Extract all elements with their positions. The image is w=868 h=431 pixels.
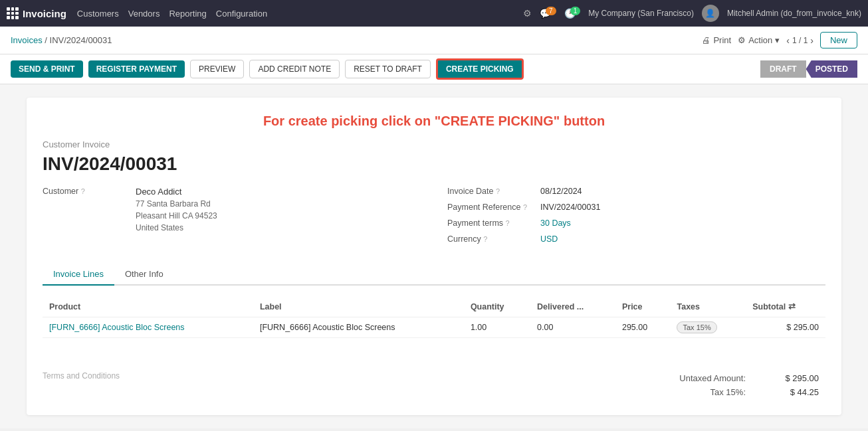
nav-reporting[interactable]: Reporting	[169, 9, 206, 19]
table-header: Product Label Quantity Delivered ... Pri…	[43, 296, 825, 317]
col-delivered: Delivered ...	[530, 296, 615, 317]
company-name: My Company (San Francisco)	[588, 9, 694, 18]
untaxed-value: $ 295.00	[766, 373, 819, 383]
breadcrumb-separator: /	[45, 35, 49, 45]
tax-label: Tax 15%:	[710, 387, 746, 397]
activity-container: 🕐 1	[564, 8, 581, 19]
customer-help-icon[interactable]: ?	[81, 187, 85, 195]
totals: Untaxed Amount: $ 295.00 Tax 15%: $ 44.2…	[673, 371, 825, 399]
tabs: Invoice Lines Other Info	[43, 264, 825, 286]
reset-to-draft-button[interactable]: RESET TO DRAFT	[345, 60, 431, 78]
cell-taxes: Tax 15%	[670, 317, 746, 338]
cell-quantity: 1.00	[464, 317, 530, 338]
payment-reference-help-icon[interactable]: ?	[523, 203, 527, 211]
nav-customers[interactable]: Customers	[77, 9, 119, 19]
breadcrumb: Invoices / INV/2024/00031	[11, 35, 112, 45]
status-bar: DRAFT POSTED	[760, 60, 857, 78]
invoice-table: Product Label Quantity Delivered ... Pri…	[43, 296, 825, 338]
cell-delivered: 0.00	[530, 317, 615, 338]
address-line1: 77 Santa Barbara Rd	[136, 198, 217, 210]
info-left: Customer ? Deco Addict 77 Santa Barbara …	[43, 187, 421, 250]
settings-icon[interactable]: ⚙	[523, 8, 532, 19]
nav-vendors[interactable]: Vendors	[128, 9, 160, 19]
tax-row: Tax 15%: $ 44.25	[673, 385, 825, 399]
print-icon: 🖨	[702, 35, 710, 45]
currency-value: USD	[540, 234, 558, 244]
cell-subtotal: $ 295.00	[746, 317, 825, 338]
preview-button[interactable]: PREVIEW	[190, 60, 244, 78]
user-name: Mitchell Admin (do_from_invoice_knk)	[727, 9, 861, 18]
send-print-button[interactable]: SEND & PRINT	[11, 60, 83, 78]
customer-name[interactable]: Deco Addict	[136, 187, 181, 197]
payment-reference-value: INV/2024/00031	[540, 203, 600, 212]
customer-field: Customer ? Deco Addict 77 Santa Barbara …	[43, 187, 421, 234]
terms-label: Terms and Conditions	[43, 371, 120, 399]
payment-terms-label: Payment terms ?	[447, 218, 540, 228]
navbar-right: ⚙ 💬 7 🕐 1 My Company (San Francisco) 👤 M…	[523, 5, 861, 22]
user-avatar[interactable]: 👤	[702, 5, 719, 22]
payment-reference-field: Payment Reference ? INV/2024/00031	[447, 203, 825, 212]
invoice-date-label: Invoice Date ?	[447, 187, 540, 196]
customer-label: Customer ?	[43, 187, 136, 196]
new-button[interactable]: New	[820, 32, 857, 48]
col-subtotal: Subtotal ⇄	[746, 296, 825, 317]
main-content: For create picking click on "CREATE PICK…	[0, 84, 868, 428]
address-line2: Pleasant Hill CA 94523	[136, 210, 217, 222]
pager: ‹ 1 / 1 ›	[786, 35, 814, 46]
register-payment-button[interactable]: REGISTER PAYMENT	[88, 60, 185, 78]
action-button[interactable]: ⚙ Action ▾	[738, 35, 780, 45]
untaxed-amount-row: Untaxed Amount: $ 295.00	[673, 371, 825, 385]
breadcrumb-bar: Invoices / INV/2024/00031 🖨 Print ⚙ Acti…	[0, 27, 868, 54]
breadcrumb-current: INV/2024/00031	[50, 35, 112, 45]
create-picking-button[interactable]: CREATE PICKING	[436, 58, 524, 80]
col-product: Product	[43, 296, 253, 317]
currency-field: Currency ? USD	[447, 234, 825, 244]
nav-configuration[interactable]: Configuration	[216, 9, 267, 19]
payment-terms-help-icon[interactable]: ?	[506, 219, 510, 227]
status-posted: POSTED	[806, 60, 857, 78]
invoice-number: INV/2024/00031	[43, 153, 825, 175]
chevron-down-icon: ▾	[775, 35, 780, 45]
instruction-text: For create picking click on "CREATE PICK…	[43, 114, 825, 129]
untaxed-label: Untaxed Amount:	[679, 373, 746, 383]
invoice-date-help-icon[interactable]: ?	[496, 187, 500, 195]
main-nav: Customers Vendors Reporting Configuratio…	[77, 9, 267, 19]
tax-badge: Tax 15%	[677, 321, 716, 333]
invoice-info: Customer ? Deco Addict 77 Santa Barbara …	[43, 187, 825, 250]
app-brand[interactable]: Invoicing	[7, 7, 66, 19]
gear-icon: ⚙	[738, 35, 746, 45]
tax-value: $ 44.25	[766, 387, 819, 397]
navbar: Invoicing Customers Vendors Reporting Co…	[0, 0, 868, 27]
breadcrumb-parent[interactable]: Invoices	[11, 35, 43, 45]
col-label: Label	[253, 296, 464, 317]
totals-section: Terms and Conditions Untaxed Amount: $ 2…	[43, 351, 825, 399]
table-row: [FURN_6666] Acoustic Bloc Screens [FURN_…	[43, 317, 825, 338]
currency-label: Currency ?	[447, 234, 540, 244]
invoice-date-field: Invoice Date ? 08/12/2024	[447, 187, 825, 196]
product-link[interactable]: [FURN_6666] Acoustic Bloc Screens	[49, 323, 185, 332]
adjust-icon[interactable]: ⇄	[788, 302, 796, 311]
invoice-card: For create picking click on "CREATE PICK…	[27, 98, 841, 415]
add-credit-note-button[interactable]: ADD CREDIT NOTE	[249, 60, 340, 78]
pager-count: 1 / 1	[792, 36, 808, 45]
action-bar: SEND & PRINT REGISTER PAYMENT PREVIEW AD…	[0, 54, 868, 84]
payment-terms-value: 30 Days	[540, 218, 571, 228]
cell-label: [FURN_6666] Acoustic Bloc Screens	[253, 317, 464, 338]
currency-help-icon[interactable]: ?	[483, 235, 487, 243]
address-line3: United States	[136, 222, 217, 234]
pager-prev[interactable]: ‹	[786, 35, 790, 46]
pager-next[interactable]: ›	[810, 35, 814, 46]
cell-product: [FURN_6666] Acoustic Bloc Screens	[43, 317, 253, 338]
status-draft: DRAFT	[760, 60, 806, 78]
table-body: [FURN_6666] Acoustic Bloc Screens [FURN_…	[43, 317, 825, 338]
breadcrumb-actions: 🖨 Print ⚙ Action ▾ ‹ 1 / 1 › New	[702, 32, 857, 48]
col-taxes: Taxes	[670, 296, 746, 317]
payment-terms-field: Payment terms ? 30 Days	[447, 218, 825, 228]
print-button[interactable]: 🖨 Print	[702, 35, 731, 45]
info-right: Invoice Date ? 08/12/2024 Payment Refere…	[447, 187, 825, 250]
payment-reference-label: Payment Reference ?	[447, 203, 540, 212]
customer-address: 77 Santa Barbara Rd Pleasant Hill CA 945…	[136, 198, 217, 234]
cell-price: 295.00	[615, 317, 671, 338]
tab-other-info[interactable]: Other Info	[114, 264, 174, 286]
tab-invoice-lines[interactable]: Invoice Lines	[43, 264, 114, 286]
